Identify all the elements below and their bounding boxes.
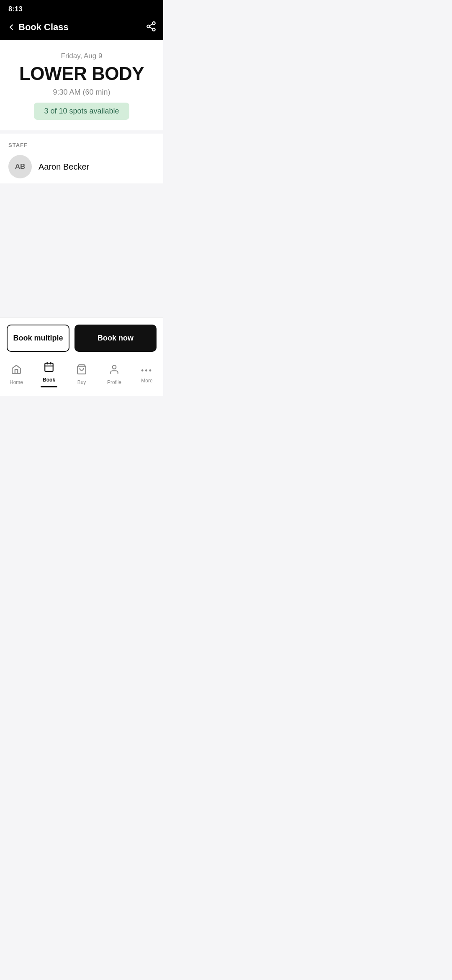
active-tab-indicator (41, 386, 57, 387)
nav-item-buy[interactable]: Buy (65, 364, 98, 385)
back-icon (7, 23, 16, 32)
nav-label-profile: Profile (107, 379, 121, 385)
content-spacer (0, 183, 163, 317)
nav-item-book[interactable]: Book (33, 361, 65, 387)
class-time: 9:30 AM (60 min) (8, 88, 155, 97)
home-icon (11, 364, 22, 378)
nav-item-profile[interactable]: Profile (98, 364, 131, 385)
status-time: 8:13 (8, 5, 23, 13)
share-icon (146, 21, 157, 32)
bottom-navigation: Home Book Buy (0, 357, 163, 396)
header-title: Book Class (18, 22, 146, 33)
back-button[interactable] (7, 23, 16, 32)
page-wrapper: 8:13 Book Class Friday, Aug 9 LOWER BODY… (0, 0, 163, 396)
nav-item-more[interactable]: ••• More (131, 365, 163, 384)
staff-item: AB Aaron Becker (8, 155, 155, 178)
class-name: LOWER BODY (8, 64, 155, 84)
share-button[interactable] (146, 21, 157, 34)
profile-icon (109, 364, 120, 378)
nav-item-home[interactable]: Home (0, 364, 33, 385)
status-bar: 8:13 (0, 0, 163, 17)
buy-icon (76, 364, 87, 378)
nav-label-home: Home (10, 379, 23, 385)
staff-name: Aaron Becker (39, 162, 89, 172)
nav-label-more: More (141, 378, 152, 384)
header: Book Class (0, 17, 163, 40)
nav-label-book: Book (43, 377, 55, 383)
class-date: Friday, Aug 9 (8, 52, 155, 60)
staff-section: STAFF AB Aaron Becker (0, 134, 163, 183)
book-multiple-button[interactable]: Book multiple (7, 325, 69, 352)
book-now-button[interactable]: Book now (74, 325, 157, 352)
spots-available-badge: 3 of 10 spots available (34, 103, 129, 120)
book-icon (44, 361, 54, 375)
svg-line-4 (149, 24, 152, 26)
svg-point-10 (113, 365, 116, 369)
staff-avatar: AB (8, 155, 32, 178)
svg-rect-5 (45, 364, 53, 372)
svg-line-3 (149, 27, 152, 29)
staff-label: STAFF (8, 142, 155, 148)
booking-buttons-container: Book multiple Book now (0, 317, 163, 357)
class-info-section: Friday, Aug 9 LOWER BODY 9:30 AM (60 min… (0, 40, 163, 130)
more-icon: ••• (141, 365, 153, 376)
nav-label-buy: Buy (77, 379, 86, 385)
